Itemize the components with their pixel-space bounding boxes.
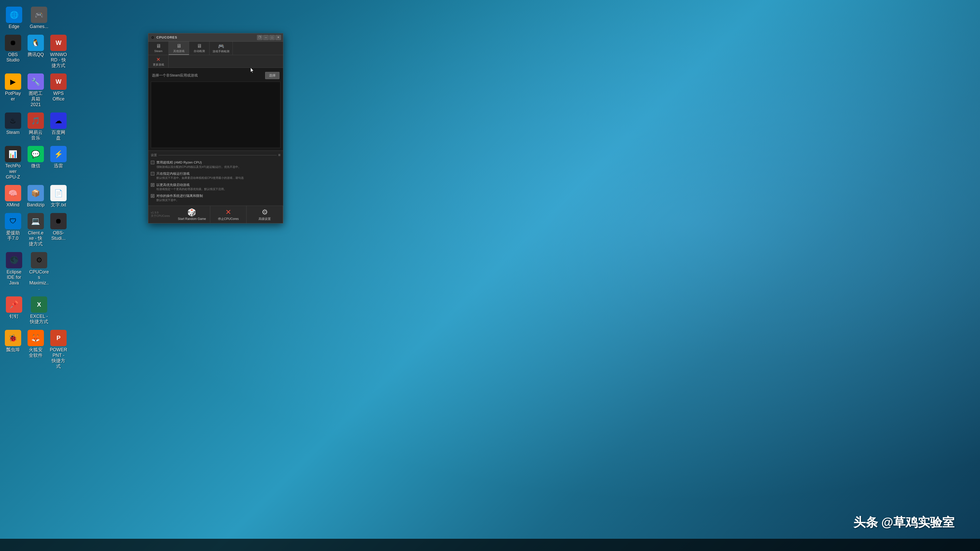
icon-row-3: ▶ PotPlayer 🔧 图吧工具箱2021 W WPS Office — [3, 72, 69, 109]
desktop-icon-piaoju[interactable]: 🐞 瓢虫埠 — [3, 328, 23, 371]
icon-row-2: ⏺ OBS Studio 🐧 腾讯QQ W WINWORD - 快捷方式 — [3, 33, 69, 70]
tab-auto-detect[interactable]: 🖥 自动检测 — [189, 41, 210, 55]
close-button[interactable]: ✕ — [275, 35, 281, 40]
version-number: v1.9.9 — [151, 211, 171, 214]
desktop-icon-wps[interactable]: W WINWORD - 快捷方式 — [48, 33, 69, 70]
tab-more-games[interactable]: ✕ 更多游戏 — [148, 55, 169, 68]
xunlei-icon: ⚡ — [50, 146, 67, 162]
setting-desc-isolate-os: 默认情况下选中。 — [156, 198, 203, 202]
desktop-icons: 🌐 Edge 🎮 Games... ⏺ OBS Studio 🐧 腾讯QQ W … — [0, 0, 72, 551]
tab-steam[interactable]: 🖥 Steam — [148, 41, 169, 55]
desktop-icon-edge[interactable]: 🌐 Edge — [3, 5, 25, 31]
setting-text-high-priority: 以更高优先级启动游戏 给游戏指定一个更高的处理器优先级。默认情况下启用。 — [156, 183, 227, 191]
desktop-icon-toolbox[interactable]: 🔧 图吧工具箱2021 — [25, 72, 46, 109]
tab-bar-row2: ✕ 更多游戏 — [148, 55, 283, 68]
desktop-icon-bandizip[interactable]: 📦 Bandizip — [25, 183, 46, 210]
tab-gamepad-detect[interactable]: 🎮 游戏手柄检测 — [210, 41, 233, 55]
desktop-icon-dingding[interactable]: 📌 钉钉 — [3, 295, 25, 326]
desktop-icon-netease[interactable]: 🎵 网易云音乐 — [25, 111, 46, 142]
desktop-icon-baidu[interactable]: ☁ 百度网盘 — [48, 111, 69, 142]
desktop-icon-qq[interactable]: 🐧 腾讯QQ — [25, 33, 46, 70]
app-select-row: 选择一个非Steam应用或游戏 选择 — [151, 70, 280, 81]
select-button[interactable]: 选择 — [265, 72, 280, 79]
desktop-icon-eclipse[interactable]: 🌑 Eclipse IDE for Java — [3, 251, 25, 293]
tab-other-games[interactable]: 🖥 其他游戏 — [169, 41, 189, 55]
piaoju-label: 瓢虫埠 — [6, 347, 20, 353]
desktop-icon-excel[interactable]: X EXCEL - 快捷方式 — [27, 295, 51, 326]
techpower-label: TechPower GPU-Z — [4, 163, 22, 180]
toolbox-label: 图吧工具箱2021 — [27, 91, 45, 107]
settings-label: 设置 — [151, 153, 157, 157]
tab-other-games-label: 其他游戏 — [173, 49, 185, 53]
window-title: CPUCORES — [156, 35, 257, 39]
dingding-label: 钉钉 — [10, 314, 19, 319]
settings-header: 设置 ≡ — [151, 153, 280, 157]
setting-checkbox-high-priority[interactable] — [151, 183, 154, 187]
aiyuan-label: 爱援助手7.0 — [4, 230, 22, 241]
desktop-icon-potplayer[interactable]: ▶ PotPlayer — [3, 72, 23, 109]
minimize-button[interactable]: ─ — [263, 35, 269, 40]
icon-row-9: 📌 钉钉 X EXCEL - 快捷方式 — [3, 295, 69, 326]
xmind-label: XMind — [6, 202, 19, 208]
client-icon: 💻 — [27, 213, 44, 229]
wps-label: WINWORD - 快捷方式 — [50, 52, 67, 68]
icon-row-5: 📊 TechPower GPU-Z 💬 微信 ⚡ 迅雷 — [3, 144, 69, 181]
edge-label: Edge — [9, 24, 19, 30]
setting-checkbox-specific-core[interactable] — [151, 172, 154, 176]
setting-text-hyperthreading: 禁用超线程 (AMD Ryzen CPU) 强制游戏以混分配的CPU内核以及无H… — [156, 160, 241, 169]
steam-icon: ♨ — [5, 113, 21, 129]
setting-checkbox-isolate-os[interactable] — [151, 194, 154, 198]
setting-text-isolate-os: 对你的操作系统进行隔离和限制 默认情况下选中。 — [156, 194, 203, 202]
random-game-button[interactable]: 🎲 Start Random Game — [174, 206, 210, 223]
desktop-icon-xunlei[interactable]: ⚡ 迅雷 — [48, 144, 69, 181]
bottom-bar: v1.9.9 关于CPUCores 🎲 Start Random Game ✕ … — [148, 206, 283, 223]
setting-title-hyperthreading: 禁用超线程 (AMD Ryzen CPU) — [156, 160, 241, 165]
random-game-icon: 🎲 — [187, 208, 196, 217]
desktop-icon-huohu[interactable]: 🦊 火狐安全软件 — [25, 328, 46, 371]
stop-cpucores-button[interactable]: ✕ 停止CPUCores — [210, 206, 247, 223]
desktop-icon-cpucores[interactable]: ⚙ CPUCores Maximiz... — [27, 251, 51, 293]
cpucores-icon: ⚙ — [31, 252, 47, 268]
bandizip-label: Bandizip — [27, 202, 45, 208]
desktop-icon-client[interactable]: 💻 Client.exe - 快捷方式 — [25, 211, 46, 248]
potplayer-label: PotPlayer — [4, 91, 22, 102]
setting-desc-specific-core: 默认情况下不选中。如果要启动单线程或CPU使用最小的游戏，请勾选 — [156, 176, 244, 180]
weixin-icon: 💬 — [27, 146, 44, 162]
desktop-icon-wenjian[interactable]: 📄 文字.txt — [48, 183, 69, 210]
advanced-icon: ⚙ — [262, 208, 268, 216]
setting-checkbox-hyperthreading[interactable] — [151, 161, 154, 164]
xmind-icon: 🧠 — [5, 185, 21, 201]
desktop-icon-obs[interactable]: ⏺ OBS Studio — [3, 33, 23, 70]
about-label: 关于CPUCores — [151, 214, 171, 218]
advanced-settings-button[interactable]: ⚙ 高级设置 — [247, 206, 283, 223]
desktop-icon-ppt[interactable]: P POWERPNT - 快捷方式 — [48, 328, 69, 371]
setting-row-high-priority: 以更高优先级启动游戏 给游戏指定一个更高的处理器优先级。默认情况下启用。 — [151, 181, 280, 192]
piaoju-icon: 🐞 — [5, 330, 21, 346]
title-bar-controls: ❐ ─ □ ✕ — [257, 35, 281, 40]
taskbar — [0, 539, 980, 551]
wps-icon: W — [50, 35, 67, 51]
cpucores-window: ⚙ CPUCORES ❐ ─ □ ✕ 🖥 Steam 🖥 其他游戏 🖥 自动检测… — [148, 33, 283, 224]
desktop-icon-weixin[interactable]: 💬 微信 — [25, 144, 46, 181]
game-list-area — [151, 82, 280, 148]
games-icon: 🎮 — [31, 6, 47, 23]
desktop-icon-steam[interactable]: ♨ Steam — [3, 111, 23, 142]
icon-row-8: 🌑 Eclipse IDE for Java ⚙ CPUCores Maximi… — [3, 251, 69, 293]
desktop-icon-games[interactable]: 🎮 Games... — [27, 5, 51, 31]
desktop-icon-obs2[interactable]: ⏺ OBS-Studi... — [48, 211, 69, 248]
maximize-button[interactable]: □ — [269, 35, 275, 40]
eclipse-label: Eclipse IDE for Java — [4, 269, 24, 286]
dingding-icon: 📌 — [6, 297, 22, 313]
settings-area: 设置 ≡ 禁用超线程 (AMD Ryzen CPU) 强制游戏以混分配的CPU内… — [148, 151, 283, 205]
obs2-label: OBS-Studi... — [50, 230, 67, 241]
weixin-label: 微信 — [31, 163, 40, 169]
tab-steam-icon: 🖥 — [156, 43, 161, 49]
desktop-icon-xmind[interactable]: 🧠 XMind — [3, 183, 23, 210]
desktop-icon-aiyuan[interactable]: 🛡 爱援助手7.0 — [3, 211, 23, 248]
icon-row-1: 🌐 Edge 🎮 Games... — [3, 5, 69, 31]
restore-button[interactable]: ❐ — [257, 35, 262, 40]
setting-row-isolate-os: 对你的操作系统进行隔离和限制 默认情况下选中。 — [151, 192, 280, 203]
desktop-icon-wpsoffice[interactable]: W WPS Office — [48, 72, 69, 109]
desktop-icon-techpower[interactable]: 📊 TechPower GPU-Z — [3, 144, 23, 181]
tab-auto-detect-label: 自动检测 — [194, 49, 205, 53]
